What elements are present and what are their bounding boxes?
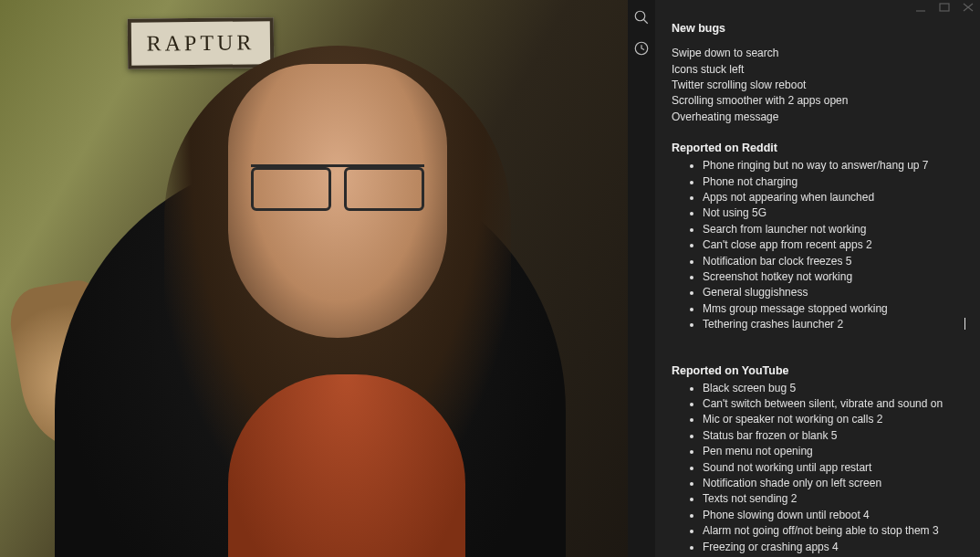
svg-rect-4 — [940, 4, 949, 11]
wall-sign: RAPTUR — [128, 17, 275, 69]
maximize-icon[interactable] — [938, 2, 951, 13]
section-heading-reddit: Reported on Reddit — [672, 140, 964, 156]
search-icon[interactable] — [633, 9, 650, 26]
list-item: Status bar frozen or blank 5 — [703, 428, 964, 444]
list-item: Can't switch between silent, vibrate and… — [703, 396, 964, 412]
history-icon[interactable] — [633, 40, 650, 57]
list-item: Freezing or crashing apps 4 — [703, 540, 964, 555]
window-controls — [914, 2, 975, 13]
list-item: General sluggishness — [703, 285, 964, 300]
list-item: Not using 5G — [703, 205, 964, 221]
list-item: Notification bar clock freezes 5 — [703, 254, 964, 269]
list-item: Can't close app from recent apps 2 — [703, 237, 964, 253]
list-item: Mic or speaker not working on calls 2 — [703, 412, 964, 427]
list-item: Alarm not going off/not being able to st… — [703, 523, 964, 539]
list-item: Screenshot hotkey not working — [703, 269, 964, 285]
list-item: Search from launcher not working — [703, 222, 964, 237]
webcam-video-pane: RAPTUR — [0, 0, 628, 557]
list-item: Apps not appearing when launched — [703, 190, 964, 205]
list-item: Phone ringing but no way to answer/hang … — [703, 158, 964, 173]
list-item: Pen menu not opening — [703, 444, 964, 459]
close-icon[interactable] — [962, 2, 975, 13]
note-line: Icons stuck left — [672, 62, 964, 78]
list-item: Sound not working until app restart — [703, 460, 964, 476]
list-item: Mms group message stopped working — [703, 301, 964, 317]
minimize-icon[interactable] — [914, 2, 927, 13]
note-line: Twitter scrolling slow reboot — [672, 78, 964, 93]
svg-line-1 — [643, 19, 648, 24]
list-item: Black screen bug 5 — [703, 381, 964, 396]
notes-pane: New bugs Swipe down to search Icons stuc… — [628, 0, 980, 557]
section-heading-new-bugs: New bugs — [672, 20, 964, 37]
section-heading-youtube: Reported on YouTube — [672, 363, 964, 379]
note-line: Swipe down to search — [672, 46, 964, 61]
list-item: Phone slowing down until reboot 4 — [703, 508, 964, 523]
app-root: RAPTUR New bugs Swipe down — [0, 0, 980, 557]
notes-side-rail — [628, 0, 655, 557]
note-document[interactable]: New bugs Swipe down to search Icons stuc… — [655, 0, 980, 557]
note-line: Scrolling smoother with 2 apps open — [672, 93, 964, 109]
note-line: Overheating message — [672, 110, 964, 125]
list-item: Texts not sending 2 — [703, 491, 964, 507]
youtube-list: Black screen bug 5 Can't switch between … — [672, 381, 964, 557]
list-item: Notification shade only on left screen — [703, 476, 964, 491]
reddit-list: Phone ringing but no way to answer/hang … — [672, 158, 964, 332]
person-glasses — [251, 164, 424, 206]
list-item-active: Tethering crashes launcher 2 — [703, 317, 964, 332]
list-item: Phone not charging — [703, 174, 964, 190]
svg-point-0 — [635, 11, 645, 21]
